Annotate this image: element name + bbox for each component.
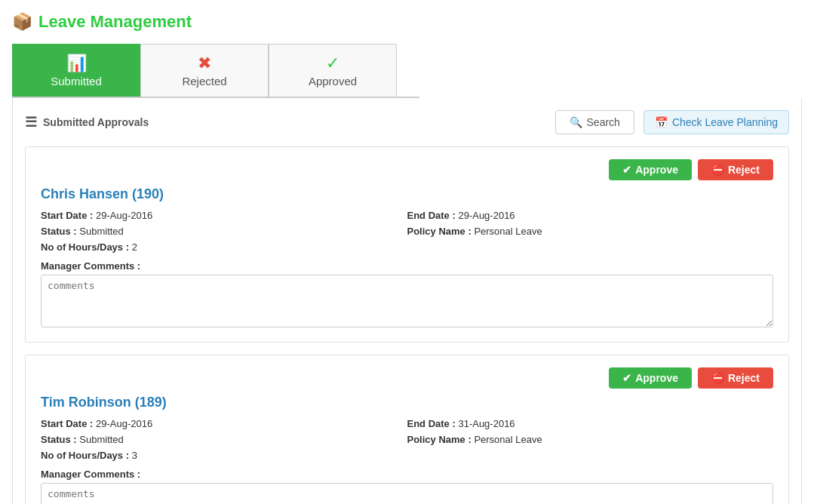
hours-value-0: 2 <box>132 241 137 253</box>
rejected-tab-label: Rejected <box>182 75 226 88</box>
status-label-1: Status : <box>41 434 77 445</box>
approve-icon-1: ✔ <box>622 372 631 384</box>
toolbar: ☰ Submitted Approvals 🔍 Search 📅 Check L… <box>25 110 789 134</box>
end-date-row-0: End Date : 29-Aug-2016 <box>407 210 774 221</box>
approved-tab-icon: ✓ <box>299 54 366 73</box>
tab-submitted[interactable]: 📊 Submitted <box>12 44 140 97</box>
content-area: ☰ Submitted Approvals 🔍 Search 📅 Check L… <box>12 98 802 504</box>
hours-row-0: No of Hours/Days : 2 <box>41 241 407 253</box>
status-value-0: Submitted <box>79 226 124 237</box>
card-col-left-1: Start Date : 29-Aug-2016 Status : Submit… <box>41 418 407 466</box>
reject-button-1[interactable]: ⛔ Reject <box>698 367 773 389</box>
card-col-right-0: End Date : 29-Aug-2016 Policy Name : Per… <box>407 210 774 257</box>
card-col-right-1: End Date : 31-Aug-2016 Policy Name : Per… <box>407 418 774 466</box>
end-date-value-0: 29-Aug-2016 <box>458 210 515 221</box>
employee-name-0: Chris Hansen (190) <box>41 186 773 202</box>
status-row-1: Status : Submitted <box>41 434 407 445</box>
card-col-left-0: Start Date : 29-Aug-2016 Status : Submit… <box>41 210 407 257</box>
end-date-value-1: 31-Aug-2016 <box>458 418 515 429</box>
approve-button-1[interactable]: ✔ Approve <box>609 367 692 389</box>
tab-rejected[interactable]: ✖ Rejected <box>140 44 269 97</box>
end-date-label-0: End Date : <box>407 210 456 221</box>
toolbar-left: ☰ Submitted Approvals <box>25 114 149 131</box>
toolbar-right: 🔍 Search 📅 Check Leave Planning <box>555 110 789 134</box>
start-date-value-1: 29-Aug-2016 <box>96 418 152 429</box>
leave-card-0: ✔ Approve ⛔ Reject Chris Hansen (190) St… <box>25 146 789 343</box>
tab-approved[interactable]: ✓ Approved <box>269 44 397 97</box>
approve-label-1: Approve <box>635 372 678 384</box>
leaves-icon: 📦 <box>12 12 32 32</box>
policy-label-1: Policy Name : <box>407 434 472 445</box>
card-header-1: ✔ Approve ⛔ Reject <box>41 367 773 389</box>
manager-comments-label-0: Manager Comments : <box>41 260 773 272</box>
hours-value-1: 3 <box>132 450 137 461</box>
approve-label-0: Approve <box>635 164 678 176</box>
status-value-1: Submitted <box>79 434 124 445</box>
policy-row-1: Policy Name : Personal Leave <box>407 434 774 445</box>
start-date-label-1: Start Date : <box>41 418 93 429</box>
calendar-icon: 📅 <box>655 116 668 128</box>
section-icon: ☰ <box>25 114 37 131</box>
hours-row-1: No of Hours/Days : 3 <box>41 450 407 461</box>
hours-label-0: No of Hours/Days : <box>41 241 129 253</box>
start-date-value-0: 29-Aug-2016 <box>96 210 152 221</box>
manager-comments-label-1: Manager Comments : <box>41 469 773 480</box>
tabs-bar: 📊 Submitted ✖ Rejected ✓ Approved <box>12 44 419 98</box>
hours-label-1: No of Hours/Days : <box>41 450 129 461</box>
search-button[interactable]: 🔍 Search <box>555 110 634 134</box>
approved-tab-label: Approved <box>309 75 357 88</box>
start-date-row-0: Start Date : 29-Aug-2016 <box>41 210 407 221</box>
reject-icon-1: ⛔ <box>711 372 724 384</box>
title-text: Leave Management <box>38 12 192 32</box>
end-date-label-1: End Date : <box>407 418 456 429</box>
card-actions-1: ✔ Approve ⛔ Reject <box>609 367 773 389</box>
card-details-1: Start Date : 29-Aug-2016 Status : Submit… <box>41 418 773 466</box>
start-date-label-0: Start Date : <box>41 210 93 221</box>
check-leave-planning-button[interactable]: 📅 Check Leave Planning <box>644 110 789 134</box>
policy-label-0: Policy Name : <box>407 226 472 237</box>
employee-name-1: Tim Robinson (189) <box>41 395 773 410</box>
approve-icon-0: ✔ <box>622 164 631 176</box>
reject-icon-0: ⛔ <box>711 164 724 176</box>
policy-value-0: Personal Leave <box>474 226 542 237</box>
submitted-tab-icon: 📊 <box>43 54 109 73</box>
reject-button-0[interactable]: ⛔ Reject <box>698 159 773 180</box>
submitted-tab-label: Submitted <box>51 75 102 88</box>
status-label-0: Status : <box>41 226 77 237</box>
comments-textarea-1[interactable] <box>41 483 773 504</box>
search-label: Search <box>587 116 620 128</box>
policy-row-0: Policy Name : Personal Leave <box>407 226 774 237</box>
leave-card-1: ✔ Approve ⛔ Reject Tim Robinson (189) St… <box>25 355 789 504</box>
card-actions-0: ✔ Approve ⛔ Reject <box>609 159 773 180</box>
card-header-0: ✔ Approve ⛔ Reject <box>41 159 773 180</box>
search-icon: 🔍 <box>570 116 582 128</box>
policy-value-1: Personal Leave <box>474 434 542 445</box>
reject-label-0: Reject <box>728 164 760 176</box>
card-details-0: Start Date : 29-Aug-2016 Status : Submit… <box>41 210 773 257</box>
rejected-tab-icon: ✖ <box>171 54 238 73</box>
page-title: 📦 Leave Management <box>12 12 802 32</box>
approve-button-0[interactable]: ✔ Approve <box>609 159 692 180</box>
start-date-row-1: Start Date : 29-Aug-2016 <box>41 418 407 429</box>
status-row-0: Status : Submitted <box>41 226 407 237</box>
end-date-row-1: End Date : 31-Aug-2016 <box>407 418 774 429</box>
check-leave-label: Check Leave Planning <box>672 116 778 128</box>
reject-label-1: Reject <box>728 372 760 384</box>
comments-textarea-0[interactable] <box>41 275 773 327</box>
section-label: Submitted Approvals <box>43 116 149 128</box>
